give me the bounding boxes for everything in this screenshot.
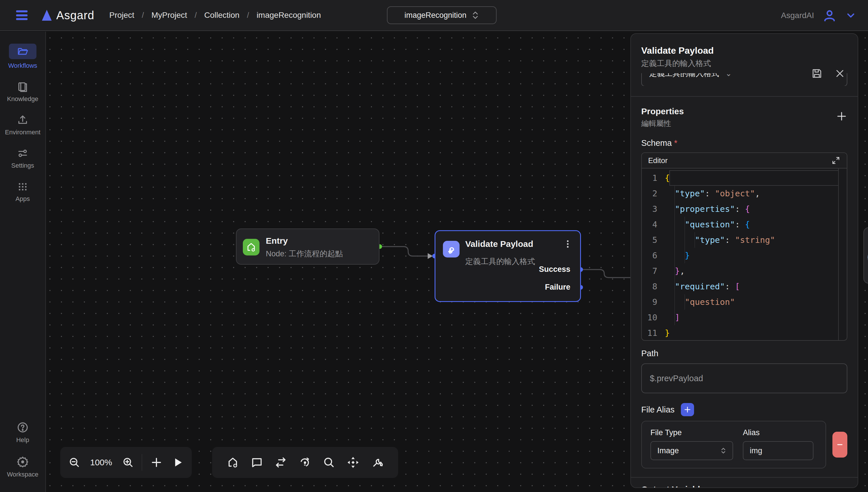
workflow-select[interactable]: imageRecognition — [387, 6, 497, 24]
kebab-menu-icon[interactable] — [563, 239, 573, 249]
sidebar-item-apps[interactable]: Apps — [1, 181, 44, 203]
zoom-level: 100% — [83, 458, 120, 467]
workflow-select-value: imageRecognition — [404, 11, 466, 20]
schema-label-row: Schema* — [641, 138, 847, 148]
search-icon[interactable] — [323, 456, 335, 469]
success-port-label: Success — [539, 265, 570, 274]
user-avatar-icon[interactable] — [823, 8, 837, 22]
path-input[interactable] — [641, 363, 847, 393]
select-updown-icon — [720, 447, 726, 454]
user-name: AsgardAI — [781, 11, 814, 20]
sidebar-item-workflows[interactable]: Workflows — [1, 44, 44, 70]
apps-grid-icon — [17, 181, 28, 192]
output-variables-label: Output Variables — [641, 485, 847, 488]
entry-house-icon — [243, 239, 259, 255]
remove-file-alias-button[interactable] — [833, 432, 847, 458]
chevron-down-icon[interactable] — [845, 10, 857, 21]
panel-title: Validate Payload — [641, 45, 847, 56]
panel-divider — [631, 477, 858, 478]
book-icon — [17, 81, 28, 93]
gear-icon — [17, 456, 29, 468]
breadcrumb-imagerecognition[interactable]: imageRecognition — [256, 10, 321, 20]
wrench-icon — [443, 241, 460, 257]
file-alias-card: File Type Image Alias — [641, 421, 826, 468]
breadcrumb-project[interactable]: Project — [109, 10, 134, 20]
alias-label: Alias — [743, 428, 814, 437]
run-play-icon[interactable] — [172, 457, 184, 468]
path-label: Path — [641, 349, 847, 358]
sidebar-item-workspace[interactable]: Workspace — [1, 456, 44, 478]
breadcrumb-collection[interactable]: Collection — [204, 10, 240, 20]
add-entry-node-icon[interactable] — [226, 456, 239, 469]
sidebar: Workflows Knowledge Environment Settings — [0, 31, 46, 492]
add-icon[interactable] — [150, 457, 163, 468]
folder-icon — [17, 46, 28, 57]
expand-icon[interactable] — [831, 156, 840, 165]
code-area[interactable]: 1{2 "type": "object",3 "properties": {4 … — [642, 169, 847, 341]
canvas-tools-toolbar — [212, 447, 398, 478]
move-icon[interactable] — [346, 456, 359, 469]
tools-wrench-icon[interactable] — [371, 456, 384, 469]
current-line-highlight — [669, 170, 839, 186]
zoom-out-icon[interactable] — [68, 457, 80, 468]
validate-payload-node[interactable]: Validate Payload 定義工具的輸入格式 Success Failu… — [435, 230, 581, 302]
code-line: 10 ] — [642, 310, 847, 325]
header-right-group: AsgardAI — [781, 0, 857, 31]
code-line: 9 "question" — [642, 294, 847, 310]
entry-node-title: Entry — [266, 236, 288, 246]
sidebar-item-settings[interactable]: Settings — [1, 148, 44, 169]
panel-subtitle: 定義工具的輸入格式 — [641, 58, 847, 69]
code-line: 5 "type": "string" — [642, 232, 847, 248]
breadcrumb-separator: / — [142, 11, 144, 20]
failure-port-label: Failure — [545, 283, 570, 292]
file-alias-label: File Alias — [641, 405, 674, 415]
asgard-logo-icon — [42, 10, 52, 21]
code-line: 11} — [642, 325, 847, 341]
swap-arrows-icon[interactable] — [274, 456, 287, 469]
add-property-icon[interactable] — [836, 110, 847, 122]
file-type-label: File Type — [650, 428, 733, 437]
brand-title: Asgard — [56, 9, 94, 22]
schema-label: Schema — [641, 138, 672, 148]
code-line: 4 "question": { — [642, 217, 847, 232]
sidebar-item-environment[interactable]: Environment — [1, 114, 44, 136]
code-line: 2 "type": "object", — [642, 186, 847, 201]
select-updown-icon — [472, 11, 479, 20]
add-file-alias-button[interactable] — [681, 403, 694, 416]
sidebar-item-knowledge[interactable]: Knowledge — [1, 81, 44, 103]
top-bar: Asgard Project / MyProject / Collection … — [0, 0, 868, 31]
code-line: 6 } — [642, 248, 847, 263]
close-icon[interactable] — [835, 68, 845, 79]
sidebar-item-help[interactable]: Help — [1, 421, 44, 444]
node-config-panel: Validate Payload 定義工具的輸入格式 定義工具的輸入格式⌄ Pr… — [630, 33, 858, 488]
schema-editor[interactable]: Editor 1{2 "type": "object",3 "propertie… — [641, 152, 847, 341]
breadcrumb-separator: / — [247, 11, 249, 20]
breadcrumb-separator: / — [195, 11, 197, 20]
validate-node-subtitle: 定義工具的輸入格式 — [465, 256, 535, 267]
entry-node-subtitle: Node: 工作流程的起點 — [266, 249, 343, 259]
properties-title: Properties — [641, 106, 684, 116]
app-root: Asgard Project / MyProject / Collection … — [0, 0, 868, 492]
breadcrumb-myproject[interactable]: MyProject — [151, 10, 187, 20]
zoom-in-icon[interactable] — [122, 457, 134, 468]
validate-node-title: Validate Payload — [465, 239, 533, 249]
help-icon — [17, 421, 29, 434]
panel-divider — [631, 96, 858, 97]
required-asterisk: * — [674, 138, 677, 148]
comment-icon[interactable] — [251, 456, 263, 469]
code-line: 3 "properties": { — [642, 201, 847, 217]
file-type-select[interactable]: Image — [650, 441, 733, 460]
code-line: 7 }, — [642, 263, 847, 279]
sliders-icon — [17, 148, 28, 159]
alias-input[interactable] — [743, 441, 814, 460]
upload-icon — [17, 114, 28, 126]
entry-node[interactable]: Entry Node: 工作流程的起點 — [236, 228, 379, 265]
menu-icon[interactable] — [16, 10, 28, 20]
editor-title: Editor — [648, 156, 668, 165]
zoom-toolbar: 100% — [60, 447, 192, 478]
partial-node-right[interactable]: R 輸 — [863, 227, 868, 284]
save-icon[interactable] — [811, 68, 823, 79]
code-line: 8 "required": [ — [642, 279, 847, 294]
auto-layout-icon[interactable] — [299, 456, 311, 469]
properties-subtitle: 編輯屬性 — [641, 119, 684, 129]
